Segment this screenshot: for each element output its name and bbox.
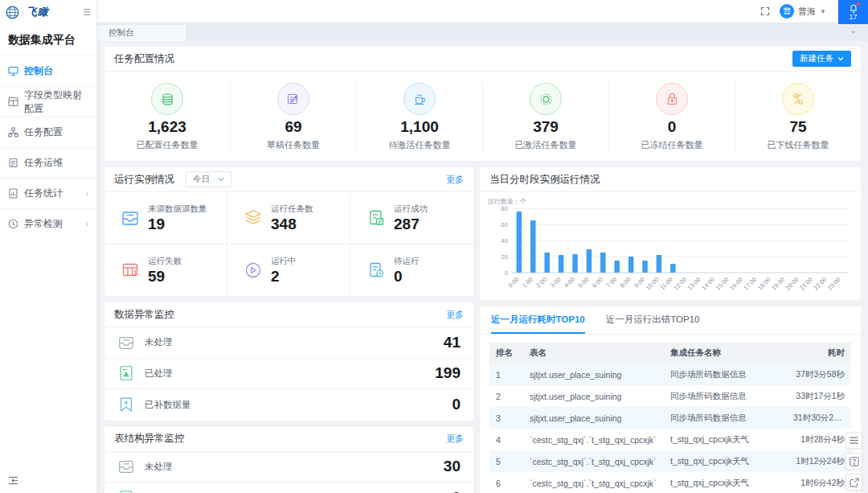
- export-button[interactable]: [845, 474, 862, 491]
- sidebar-item-task-ops[interactable]: 任务运维: [0, 147, 96, 178]
- panel-title: 数据异常监控: [114, 308, 174, 322]
- svg-text:10:00: 10:00: [645, 276, 661, 292]
- more-link[interactable]: 更多: [446, 309, 464, 321]
- ri-run-success: 运行成功 287: [350, 192, 473, 244]
- stat-frozen-tasks: 0 已冻结任务数量: [609, 81, 735, 153]
- stat-activated-tasks: 379 已激活任务数量: [483, 81, 609, 153]
- cell-rank: 4: [489, 429, 523, 450]
- hamburger-menu-button[interactable]: [845, 432, 862, 449]
- lock-icon: [666, 92, 678, 105]
- mapping-table-icon: [8, 97, 18, 107]
- ri-value: 0: [394, 268, 420, 285]
- table-row: 2sjtjxt.user_place_suining同步场所码数据信息33时17…: [489, 385, 851, 407]
- cell-task: t_stg_qxj_cpcxjk天气: [664, 450, 787, 472]
- notification-button[interactable]: 17: [838, 0, 868, 24]
- stat-label: 已激活任务数量: [515, 139, 577, 151]
- stat-value: 69: [285, 119, 301, 135]
- cell-task: t_stg_qxj_cpcxjk天气: [664, 429, 787, 450]
- sidebar-item-field-mapping[interactable]: 字段类型映射配置: [0, 86, 96, 117]
- ri-value: 287: [394, 216, 428, 232]
- date-filter-select[interactable]: 今日: [186, 171, 231, 187]
- anomaly-unprocessed-row: 未处理 41: [104, 327, 473, 359]
- help-button[interactable]: [845, 453, 862, 470]
- tab-label: 控制台: [108, 27, 134, 39]
- inbox-icon: [121, 208, 140, 228]
- cell-duration: 33时17分1秒: [787, 385, 851, 407]
- sidebar-item-task-stats[interactable]: 任务统计 ›: [0, 178, 96, 208]
- stat-offline-tasks: 75 已下线任务数量: [735, 81, 861, 153]
- doc-chart-icon: [8, 188, 18, 199]
- sidebar-item-task-config[interactable]: 任务配置: [0, 117, 96, 147]
- hamburger-icon: [850, 437, 858, 444]
- ri-label: 运行任务数: [271, 203, 313, 215]
- ri-label: 来源数据源数量: [148, 203, 207, 215]
- new-task-button[interactable]: 新建任务: [792, 51, 851, 67]
- offline-scissors-icon: [792, 92, 805, 105]
- svg-text:7:00: 7:00: [604, 276, 618, 290]
- svg-text:2:00: 2:00: [534, 276, 548, 290]
- avatar[interactable]: 普: [780, 4, 794, 18]
- monitor-icon: [8, 66, 18, 76]
- logo-text: 飞瞰: [27, 5, 49, 19]
- doc-clock-icon: [366, 261, 386, 280]
- sidebar-item-console[interactable]: 控制台: [0, 55, 96, 86]
- user-menu[interactable]: 普 普海 ▼: [780, 4, 826, 18]
- dashboard-content: 任务配置情况 新建任务 1,623 已配置任务数量 69 草稿任务数量: [97, 41, 868, 493]
- cell-duration: 31时30分25秒: [787, 407, 851, 429]
- svg-text:17:00: 17:00: [742, 276, 758, 292]
- sidebar-item-label: 字段类型映射配置: [24, 88, 88, 116]
- svg-text:5:00: 5:00: [577, 276, 591, 290]
- sidebar-item-label: 任务运维: [24, 156, 63, 170]
- hourly-chart-panel: 当日分时段实例运行情况 0204060800:001:002:003:004:0…: [480, 167, 861, 300]
- date-filter-value: 今日: [193, 174, 210, 185]
- tabstrip-chevron-down-icon[interactable]: ⌄: [850, 26, 857, 35]
- stat-value: 0: [668, 119, 677, 135]
- chevron-right-icon: ›: [86, 189, 88, 198]
- mon-label: 已补数据量: [145, 399, 191, 411]
- cell-task: 同步场所码数据信息: [664, 407, 787, 429]
- cell-duration: 37时3分58秒: [787, 364, 851, 385]
- svg-text:0: 0: [505, 269, 509, 277]
- tab-monthly-error-top10[interactable]: 近一月运行出错TOP10: [606, 314, 700, 334]
- svg-text:14:00: 14:00: [700, 276, 716, 292]
- inbox-gray-icon: [117, 334, 135, 351]
- run-instances-panel: 运行实例情况 今日 更多 来源数据源数量 19: [104, 167, 473, 296]
- tab-monthly-duration-top10[interactable]: 近一月运行耗时TOP10: [491, 314, 585, 334]
- sidebar-fold-icon[interactable]: [8, 476, 18, 485]
- more-link[interactable]: 更多: [446, 174, 464, 186]
- sidebar-item-label: 控制台: [24, 64, 53, 78]
- ri-run-failed: 运行失败 59: [104, 244, 227, 296]
- svg-text:12:00: 12:00: [673, 276, 689, 292]
- svg-text:20:00: 20:00: [784, 276, 800, 292]
- cell-duration: 1时6分42秒: [787, 472, 851, 493]
- clock-alert-icon: [8, 219, 18, 229]
- anomaly-processed-row: 已处理 199: [104, 359, 473, 390]
- cell-duration: 1时28分4秒: [787, 429, 851, 450]
- task-config-panel: 任务配置情况 新建任务 1,623 已配置任务数量 69 草稿任务数量: [104, 47, 861, 161]
- export-icon: [850, 478, 859, 487]
- mon-value: 0: [452, 489, 461, 493]
- sidebar-item-anomaly-detect[interactable]: 异常检测 ›: [0, 208, 96, 239]
- cell-table: sjtjxt.user_place_suining: [523, 407, 664, 429]
- cell-rank: 2: [489, 385, 523, 407]
- stat-draft-tasks: 69 草稿任务数量: [231, 81, 357, 153]
- tab-console[interactable]: 控制台: [97, 25, 186, 41]
- ri-waiting: 待运行 0: [350, 244, 473, 296]
- panel-title: 运行实例情况: [114, 173, 174, 187]
- mon-label: 未处理: [145, 461, 173, 473]
- cell-task: 同步场所码数据信息: [664, 364, 787, 385]
- table-row: 1sjtjxt.user_place_suining同步场所码数据信息37时3分…: [489, 364, 851, 385]
- doc-check-icon: [366, 208, 386, 228]
- more-link[interactable]: 更多: [446, 433, 464, 445]
- ri-source-count: 来源数据源数量 19: [104, 192, 227, 244]
- sidebar-collapse-icon[interactable]: ☰: [83, 7, 91, 18]
- help-icon: [850, 457, 859, 466]
- fullscreen-icon[interactable]: [760, 6, 770, 16]
- logo: 飞瞰 ☰: [0, 0, 96, 24]
- col-header-rank: 排名: [489, 343, 523, 364]
- ri-value: 348: [271, 216, 313, 232]
- stat-configured-tasks: 1,623 已配置任务数量: [104, 81, 231, 153]
- new-task-label: 新建任务: [800, 53, 833, 64]
- stat-pending-activation-tasks: 1,100 待激活任务数量: [357, 81, 483, 153]
- svg-text:运行数量：个: 运行数量：个: [488, 198, 526, 205]
